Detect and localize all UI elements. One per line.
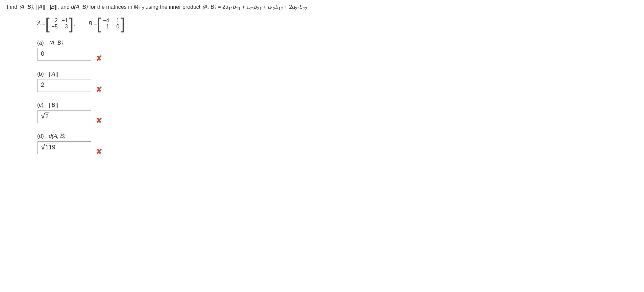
part-d-expression: d(A, B) [49, 133, 66, 139]
part-b-answer-input[interactable]: 2 [37, 79, 91, 92]
part-a-label: (a) [37, 40, 47, 46]
part-b-expression: ||A|| [49, 71, 58, 77]
part-a-answer-input[interactable]: 0 [37, 48, 91, 61]
part-b-label: (b) [37, 71, 47, 77]
part-c-answer-input[interactable]: √2 [37, 110, 91, 123]
matrix-A: A = [ 2 −1 −5 3 ] , [37, 16, 75, 31]
part-a: (a) ⟨A, B⟩ 0 ✘ [37, 40, 637, 61]
incorrect-icon: ✘ [96, 85, 102, 94]
part-c-expression: ||B|| [49, 102, 58, 108]
part-b: (b) ||A|| 2 ✘ [37, 71, 637, 92]
part-c-label: (c) [37, 102, 47, 108]
incorrect-icon: ✘ [96, 54, 102, 63]
part-d-label: (d) [37, 133, 47, 139]
part-c: (c) ||B|| √2 ✘ [37, 102, 637, 123]
incorrect-icon: ✘ [96, 147, 102, 156]
matrix-B: B = [ −4 1 1 0 ] [89, 16, 125, 31]
matrix-definitions: A = [ 2 −1 −5 3 ] , B = [ −4 1 1 0 [37, 16, 637, 31]
incorrect-icon: ✘ [96, 116, 102, 125]
part-d-answer-input[interactable]: √119 [37, 141, 91, 154]
question-statement: Find ⟨A, B⟩, ||A||, ||B||, and d(A, B) f… [7, 3, 637, 12]
part-a-expression: ⟨A, B⟩ [49, 40, 63, 46]
part-d: (d) d(A, B) √119 ✘ [37, 133, 637, 154]
